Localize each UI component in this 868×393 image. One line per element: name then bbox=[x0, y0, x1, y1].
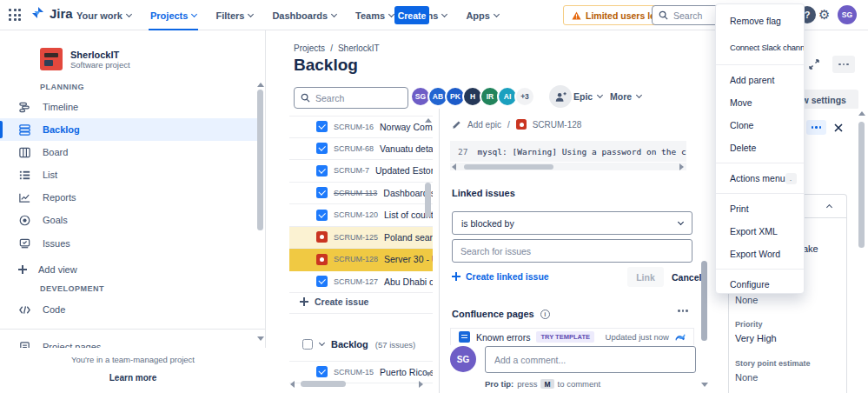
list-hscrollbar-thumb[interactable] bbox=[301, 381, 346, 387]
nav-apps[interactable]: Apps bbox=[466, 0, 499, 30]
menu-item-export-xml[interactable]: Export XML bbox=[716, 220, 804, 243]
confluence-more-icon[interactable] bbox=[678, 310, 688, 312]
backlog-search[interactable] bbox=[294, 87, 408, 109]
code-hscroll-right-arrow[interactable] bbox=[679, 163, 684, 170]
epic-filter-dropdown[interactable]: Epic bbox=[573, 91, 602, 102]
sidebar-item-goals[interactable]: Goals bbox=[0, 209, 257, 231]
sidebar-item-issues[interactable]: Issues bbox=[0, 232, 257, 255]
nav-teams[interactable]: Teams bbox=[355, 0, 394, 30]
menu-item-move[interactable]: Move bbox=[716, 91, 804, 114]
issue-row-scrum-15[interactable]: SCRUM-15Puerto Rico site h bbox=[289, 361, 433, 383]
menu-item-actions-menu[interactable]: Actions menu. bbox=[716, 167, 804, 190]
add-epic-link[interactable]: Add epic bbox=[467, 120, 501, 130]
backlog-search-input[interactable] bbox=[315, 93, 398, 103]
breadcrumb-projects[interactable]: Projects bbox=[294, 43, 325, 53]
expand-icon[interactable] bbox=[803, 56, 825, 73]
issue-row-scrum-68[interactable]: SCRUM-68Vanuatu detail d bbox=[289, 138, 433, 161]
nav-your-work[interactable]: Your work bbox=[76, 0, 131, 30]
comment-input[interactable] bbox=[485, 346, 696, 373]
menu-item-delete[interactable]: Delete bbox=[716, 137, 804, 159]
breadcrumb-sherlockit[interactable]: SherlockIT bbox=[338, 43, 380, 53]
priority-label: Priority bbox=[735, 320, 763, 329]
sidebar-item-list[interactable]: List bbox=[0, 163, 257, 186]
menu-item-add-parent[interactable]: Add parent bbox=[716, 69, 804, 91]
link-button-disabled[interactable]: Link bbox=[627, 267, 664, 287]
issue-actions-more-icon[interactable] bbox=[806, 120, 826, 135]
create-issue-button[interactable]: Create issue bbox=[300, 296, 368, 307]
jira-logo[interactable]: Jira bbox=[30, 5, 73, 21]
info-icon[interactable]: i bbox=[540, 310, 550, 319]
sidebar-item-reports[interactable]: Reports bbox=[0, 186, 257, 209]
list-scrollbar-thumb[interactable] bbox=[425, 183, 431, 217]
menu-item-remove-flag[interactable]: Remove flag bbox=[716, 7, 804, 34]
menu-item-configure[interactable]: Configure bbox=[716, 273, 804, 296]
confluence-page-icon bbox=[459, 331, 470, 343]
menu-item-connect-slack-channel[interactable]: Connect Slack channel bbox=[716, 34, 804, 61]
chevron-down-icon[interactable] bbox=[319, 340, 325, 346]
sidebar-add-view[interactable]: Add view bbox=[0, 258, 257, 281]
field-value-partial[interactable]: ake bbox=[803, 243, 818, 254]
sidebar-item-board[interactable]: Board bbox=[0, 141, 257, 163]
confluence-page-title[interactable]: Known errors bbox=[476, 332, 530, 343]
sidebar-scroll-up-arrow[interactable] bbox=[257, 83, 264, 87]
issue-key-link[interactable]: SCRUM-128 bbox=[533, 120, 582, 130]
detail-scrollbar-thumb[interactable] bbox=[701, 261, 707, 341]
code-hscrollbar-thumb[interactable] bbox=[464, 164, 553, 170]
nav-filters[interactable]: Filters bbox=[215, 0, 253, 30]
list-scroll-down-arrow[interactable] bbox=[425, 372, 432, 376]
settings-gear-icon[interactable]: ⚙ bbox=[818, 7, 830, 23]
nav-dashboards[interactable]: Dashboards bbox=[272, 0, 336, 30]
story-point-value[interactable]: None bbox=[735, 372, 758, 383]
avatar-overflow-count[interactable]: +3 bbox=[514, 86, 535, 107]
sidebar-item-backlog[interactable]: Backlog bbox=[0, 118, 257, 141]
field-value-none[interactable]: None bbox=[735, 295, 758, 305]
nav-projects[interactable]: Projects bbox=[150, 0, 196, 30]
issue-row-scrum-120[interactable]: SCRUM-120List of countries bbox=[289, 204, 433, 227]
right-scrollbar-thumb[interactable] bbox=[858, 122, 865, 248]
list-hscroll-right-arrow[interactable] bbox=[419, 381, 423, 388]
menu-item-print[interactable]: Print bbox=[716, 197, 804, 220]
issue-row-scrum-128-selected[interactable]: SCRUM-128Server 30 - UK c bbox=[289, 249, 433, 271]
section-name[interactable]: Backlog bbox=[331, 339, 368, 350]
link-issue-search-input[interactable] bbox=[452, 239, 692, 263]
sidebar-scrollbar-thumb[interactable] bbox=[257, 90, 263, 230]
code-line-text: mysql: [Warning] Using a password on the… bbox=[477, 147, 686, 157]
project-header[interactable]: SherlockIT Software project bbox=[40, 48, 130, 70]
list-scroll-up-arrow[interactable] bbox=[425, 118, 432, 123]
section-checkbox[interactable] bbox=[302, 339, 313, 350]
issue-row-scrum-7[interactable]: SCRUM-7Updated Estonia s bbox=[289, 160, 433, 183]
issue-row-scrum-16[interactable]: SCRUM-16Norway Compan bbox=[289, 116, 433, 138]
menu-item-export-word[interactable]: Export Word bbox=[716, 243, 804, 265]
priority-value[interactable]: Very High bbox=[735, 333, 777, 343]
sidebar-scroll-down-arrow[interactable] bbox=[257, 336, 264, 341]
sidebar-item-code[interactable]: Code bbox=[0, 298, 257, 321]
more-filter-dropdown[interactable]: More bbox=[610, 91, 641, 102]
task-icon bbox=[316, 143, 328, 154]
link-type-select[interactable]: is blocked by bbox=[452, 211, 692, 235]
list-card-bottom-border bbox=[289, 313, 433, 314]
detail-scroll-down-arrow[interactable] bbox=[701, 383, 708, 387]
add-person-icon[interactable] bbox=[549, 85, 572, 108]
right-scroll-up-arrow[interactable] bbox=[858, 111, 865, 116]
create-linked-issue-button[interactable]: Create linked issue bbox=[452, 271, 549, 282]
cancel-button[interactable]: Cancel bbox=[672, 267, 701, 287]
close-icon[interactable] bbox=[833, 123, 844, 133]
issue-actions-context-menu: Remove flag Connect Slack channel Add pa… bbox=[715, 3, 805, 294]
list-hscroll-left-arrow[interactable] bbox=[290, 381, 295, 388]
issue-row-scrum-127[interactable]: SCRUM-127Abu Dhabi capti bbox=[289, 271, 433, 294]
app-switcher-icon[interactable] bbox=[9, 9, 22, 22]
jira-logo-text: Jira bbox=[50, 6, 73, 21]
try-template-badge[interactable]: TRY TEMPLATE bbox=[536, 331, 594, 343]
issue-row-scrum-113[interactable]: SCRUM-113Dashboard scrip bbox=[289, 183, 433, 205]
page-more-icon[interactable] bbox=[832, 56, 855, 73]
learn-more-link[interactable]: Learn more bbox=[0, 373, 266, 383]
breadcrumb: Projects / SherlockIT bbox=[294, 43, 380, 53]
menu-separator bbox=[716, 64, 804, 65]
sidebar-item-timeline[interactable]: Timeline bbox=[0, 96, 257, 118]
confluence-page-row[interactable]: Known errors TRY TEMPLATE Updated just n… bbox=[450, 328, 694, 345]
user-avatar[interactable]: SG bbox=[838, 5, 857, 24]
code-hscroll-left-arrow[interactable] bbox=[452, 163, 456, 170]
menu-item-clone[interactable]: Clone bbox=[716, 114, 804, 137]
issue-row-scrum-125[interactable]: SCRUM-125Poland search d bbox=[289, 227, 433, 250]
create-button[interactable]: Create bbox=[394, 6, 429, 24]
